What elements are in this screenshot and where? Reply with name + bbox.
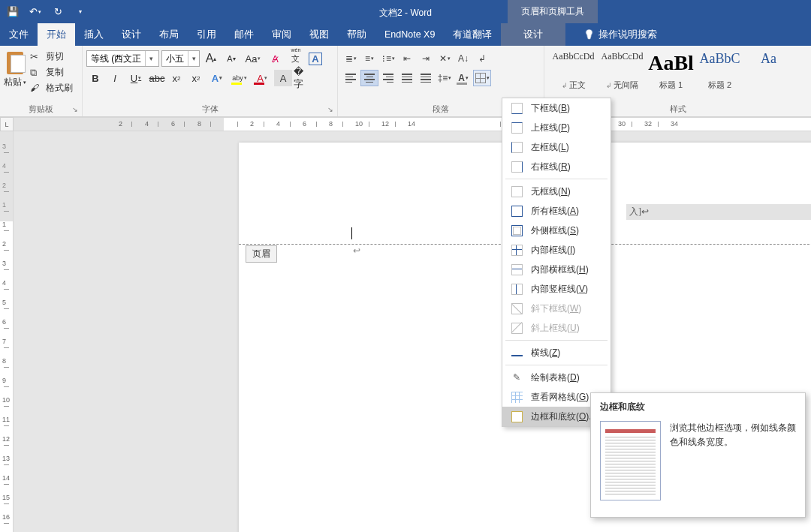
change-case-button[interactable]: Aa▾: [243, 50, 264, 67]
document-title: 文档2 - Word: [379, 7, 432, 20]
tab-view[interactable]: 视图: [300, 23, 338, 46]
menu-item-hline[interactable]: 横线(Z): [502, 343, 611, 362]
menu-item-left[interactable]: 左框线(L): [502, 137, 611, 157]
tab-mailings[interactable]: 邮件: [225, 23, 263, 46]
styles-gallery[interactable]: AaBbCcDd↲正文AaBbCcDd↲无间隔AaBl标题 1AaBbC标题 2…: [549, 48, 793, 93]
style-tile-2[interactable]: AaBl标题 1: [647, 50, 695, 93]
qat-customize[interactable]: ▾: [69, 0, 92, 23]
menu-item-label: 斜上框线(U): [531, 322, 580, 335]
borders-button[interactable]: ▾: [473, 70, 491, 86]
header-tag[interactable]: 页眉: [246, 245, 277, 263]
copy-button[interactable]: 复制: [27, 65, 76, 80]
title-bar: 💾 ↶▾ ↻ ▾ 文档2 - Word 页眉和页脚工具: [0, 0, 811, 23]
font-dialog-launcher[interactable]: [325, 106, 335, 116]
vertical-ruler[interactable]: 34211234567891011121314151617181920: [0, 131, 14, 532]
save-button[interactable]: 💾: [2, 0, 24, 23]
numbering-button[interactable]: ≡▾: [360, 50, 378, 67]
font-name-combo[interactable]: 等线 (西文正▾: [86, 50, 159, 67]
tab-layout[interactable]: 布局: [150, 23, 188, 46]
tell-me-search[interactable]: 操作说明搜索: [576, 23, 665, 46]
header-placeholder-text[interactable]: 入]↩: [626, 204, 811, 220]
clear-formatting-button[interactable]: A̷: [266, 50, 284, 67]
phonetic-guide-button[interactable]: wén文: [286, 50, 304, 67]
menu-item-outside[interactable]: 外侧框线(S): [502, 221, 611, 240]
multilevel-list-button[interactable]: ⫶≡▾: [379, 50, 397, 67]
font-color-button[interactable]: A▾: [252, 70, 273, 86]
format-painter-button[interactable]: 格式刷: [27, 81, 76, 95]
line-spacing-button[interactable]: ‡≡▾: [436, 70, 454, 86]
paste-button[interactable]: 粘贴▾: [4, 48, 26, 89]
menu-item-bottom[interactable]: 下框线(B): [502, 98, 611, 118]
tell-me-label: 操作说明搜索: [598, 29, 657, 41]
align-distribute-button[interactable]: [417, 70, 435, 86]
tab-endnote[interactable]: EndNote X9: [375, 23, 444, 46]
decrease-indent-button[interactable]: ⇤: [398, 50, 416, 67]
tab-home[interactable]: 开始: [38, 23, 75, 46]
menu-item-label: 所有框线(A): [531, 205, 579, 218]
superscript-button[interactable]: x2: [187, 70, 205, 86]
group-clipboard: 粘贴▾ 剪切 复制 格式刷 剪贴板: [0, 46, 83, 116]
highlight-button[interactable]: aby▾: [229, 70, 250, 86]
text-effects-button[interactable]: A▾: [207, 70, 228, 86]
shading-button[interactable]: ▾: [454, 70, 472, 86]
tab-youdao[interactable]: 有道翻译: [444, 23, 501, 46]
style-preview: Aa: [761, 51, 776, 67]
style-tile-3[interactable]: AaBbC标题 2: [695, 50, 744, 93]
redo-button[interactable]: ↻: [47, 0, 69, 23]
menu-item-right[interactable]: 右框线(R): [502, 157, 611, 176]
menu-item-inside[interactable]: 内部框线(I): [502, 240, 611, 260]
cut-button[interactable]: 剪切: [27, 50, 76, 64]
show-marks-button[interactable]: ↲: [473, 50, 491, 67]
char-shading-button[interactable]: A: [274, 70, 292, 86]
tab-help[interactable]: 帮助: [338, 23, 375, 46]
horizontal-ruler[interactable]: 8642246810121422242628303234: [14, 117, 811, 131]
bold-button[interactable]: B: [86, 70, 104, 86]
draw-border-icon: [510, 371, 523, 384]
align-left-button[interactable]: [342, 70, 360, 86]
strikethrough-button[interactable]: abc: [148, 70, 166, 86]
menu-item-draw[interactable]: 绘制表格(D): [502, 368, 611, 387]
increase-indent-button[interactable]: ⇥: [417, 50, 435, 67]
hline-border-icon: [510, 346, 523, 359]
style-tile-0[interactable]: AaBbCcDd↲正文: [549, 50, 598, 93]
style-tile-1[interactable]: AaBbCcDd↲无间隔: [598, 50, 647, 93]
underline-button[interactable]: U▾: [125, 70, 146, 86]
grow-font-button[interactable]: A▴: [202, 50, 220, 67]
sort-button[interactable]: A↓: [454, 50, 472, 67]
bullets-button[interactable]: ≣▾: [342, 50, 360, 67]
clipboard-dialog-launcher[interactable]: [70, 106, 80, 116]
char-border-button[interactable]: A: [306, 50, 324, 67]
text-direction-button[interactable]: ✕▾: [436, 50, 454, 67]
subscript-button[interactable]: x2: [167, 70, 185, 86]
align-right-button[interactable]: [379, 70, 397, 86]
tab-design[interactable]: 设计: [113, 23, 150, 46]
style-tile-4[interactable]: Aa: [744, 50, 793, 93]
menu-item-label: 上框线(P): [531, 122, 570, 134]
tab-insert[interactable]: 插入: [75, 23, 113, 46]
tab-review[interactable]: 审阅: [263, 23, 300, 46]
menu-item-label: 横线(Z): [531, 347, 560, 359]
ribbon-tabs: 文件 开始 插入 设计 布局 引用 邮件 审阅 视图 帮助 EndNote X9…: [0, 23, 811, 46]
tab-context-design[interactable]: 设计: [501, 23, 565, 46]
tab-file[interactable]: 文件: [0, 23, 38, 46]
tab-references[interactable]: 引用: [188, 23, 225, 46]
menu-item-all[interactable]: 所有框线(A): [502, 201, 611, 221]
font-size-combo[interactable]: 小五▾: [161, 50, 200, 67]
menu-item-top[interactable]: 上框线(P): [502, 118, 611, 137]
shrink-font-button[interactable]: A▾: [222, 50, 240, 67]
menu-item-label: 内部竖框线(V): [531, 283, 588, 296]
menu-item-insidev[interactable]: 内部竖框线(V): [502, 279, 611, 299]
align-justify-button[interactable]: [398, 70, 416, 86]
paste-icon: [4, 50, 26, 74]
bottom-border-icon: [510, 101, 523, 115]
style-preview: AaBbC: [700, 51, 740, 67]
align-center-button[interactable]: [360, 70, 378, 86]
tab-selector[interactable]: L: [0, 117, 14, 131]
inside-border-icon: [510, 243, 523, 257]
italic-button[interactable]: I: [106, 70, 124, 86]
undo-button[interactable]: ↶▾: [24, 0, 47, 23]
enclose-chars-button[interactable]: �字: [294, 70, 312, 86]
menu-item-insideh[interactable]: 内部横框线(H): [502, 260, 611, 279]
menu-item-none[interactable]: 无框线(N): [502, 182, 611, 201]
context-toolgroup-label: 页眉和页脚工具: [508, 0, 598, 23]
